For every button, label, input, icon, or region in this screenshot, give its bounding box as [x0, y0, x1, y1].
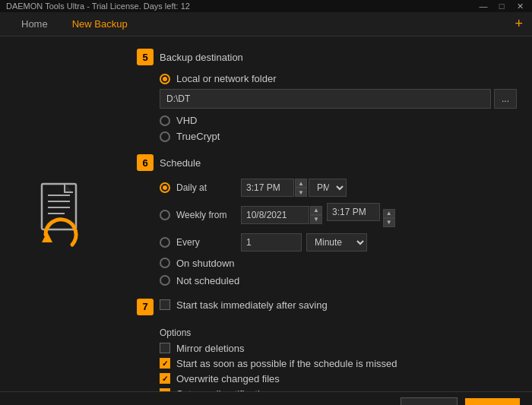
- daily-ampm-select[interactable]: PM AM: [309, 179, 347, 197]
- radio-shutdown-input[interactable]: [160, 258, 170, 268]
- overwrite-label: Overwrite changed files: [176, 373, 280, 384]
- mirror-label: Mirror deletions: [176, 343, 245, 354]
- section5-header: 5 Backup destination: [137, 49, 517, 65]
- notscheduled-label: Not scheduled: [176, 275, 239, 286]
- path-input[interactable]: [160, 89, 491, 109]
- schedule-notscheduled-row: Not scheduled: [160, 275, 517, 286]
- option-start-asap: Start as soon as possible if the schedul…: [160, 358, 517, 369]
- schedule-every-row: Every Minute Hour Day: [160, 233, 517, 252]
- titlebar-title: DAEMON Tools Ultra - Trial License. Days…: [6, 2, 190, 11]
- daily-time-input[interactable]: [241, 179, 294, 197]
- back-button[interactable]: Back: [401, 397, 458, 405]
- svg-marker-5: [42, 232, 52, 242]
- weekly-time-input[interactable]: [327, 203, 380, 221]
- radio-vhd: VHD: [160, 115, 517, 126]
- radio-truecrypt-input[interactable]: [160, 131, 170, 142]
- start-immediately-label: Start task immediately after saving: [176, 299, 328, 311]
- weekly-time-down[interactable]: ▼: [383, 218, 395, 227]
- option-overwrite: Overwrite changed files: [160, 373, 517, 384]
- tab-new-backup[interactable]: New Backup: [60, 12, 140, 36]
- schedule-options: Daily at ▲ ▼ PM AM: [160, 179, 517, 286]
- section-schedule: 6 Schedule Daily at ▲ ▼: [137, 154, 517, 286]
- every-label: Every: [176, 237, 241, 248]
- radio-vhd-label: VHD: [176, 115, 197, 126]
- footer: Back Next: [0, 391, 532, 405]
- start-immediately-item: Start task immediately after saving: [160, 299, 328, 311]
- option-mirror: Mirror deletions: [160, 343, 517, 354]
- navbar: Home New Backup +: [0, 12, 532, 36]
- radio-daily-input[interactable]: [160, 182, 170, 193]
- step5-badge: 5: [137, 49, 154, 65]
- daily-time-down[interactable]: ▼: [295, 188, 307, 197]
- step7-badge: 7: [137, 299, 154, 315]
- daily-time-arrows: ▲ ▼: [295, 179, 307, 197]
- step6-badge: 6: [137, 154, 154, 171]
- section-options: Options Mirror deletions Start as soon a…: [137, 327, 517, 392]
- radio-vhd-input[interactable]: [160, 115, 170, 126]
- backup-destination-options: Local or network folder ... VHD TrueCryp…: [160, 73, 517, 142]
- radio-notscheduled-input[interactable]: [160, 275, 170, 286]
- path-row: ...: [160, 89, 517, 109]
- weekly-date-input[interactable]: [241, 206, 309, 224]
- start-immediately-checkbox[interactable]: [160, 299, 170, 310]
- section7: 7 Start task immediately after saving: [137, 299, 517, 315]
- radio-local-input[interactable]: [160, 74, 170, 84]
- browse-button[interactable]: ...: [494, 89, 517, 109]
- radio-local-label: Local or network folder: [176, 73, 277, 84]
- section-backup-destination: 5 Backup destination Local or network fo…: [137, 49, 517, 142]
- sidebar: [0, 36, 122, 391]
- daily-time-up[interactable]: ▲: [295, 179, 307, 188]
- titlebar: DAEMON Tools Ultra - Trial License. Days…: [0, 0, 532, 12]
- close-button[interactable]: ✕: [514, 0, 526, 12]
- section7-header: 7 Start task immediately after saving: [137, 299, 517, 315]
- schedule-weekly-row: Weekly from ▲ ▼ ▲ ▼: [160, 203, 517, 227]
- next-button[interactable]: Next: [465, 398, 520, 405]
- maximize-button[interactable]: □: [496, 0, 508, 12]
- minimize-button[interactable]: —: [477, 0, 489, 12]
- navbar-tabs: Home New Backup: [9, 12, 140, 36]
- main-area: 5 Backup destination Local or network fo…: [0, 36, 532, 391]
- daily-label: Daily at: [176, 182, 241, 193]
- radio-local-folder: Local or network folder: [160, 73, 517, 84]
- tab-home[interactable]: Home: [9, 12, 60, 36]
- content-area: 5 Backup destination Local or network fo…: [122, 36, 532, 391]
- section5-title: Backup destination: [160, 52, 243, 63]
- radio-truecrypt: TrueCrypt: [160, 131, 517, 142]
- weekly-date-arrows: ▲ ▼: [310, 206, 322, 224]
- section6-title: Schedule: [160, 157, 201, 169]
- radio-weekly-input[interactable]: [160, 210, 170, 220]
- every-group: Minute Hour Day: [241, 233, 367, 252]
- section6-header: 6 Schedule: [137, 154, 517, 171]
- mirror-checkbox[interactable]: [160, 343, 170, 353]
- weekly-label: Weekly from: [176, 210, 241, 220]
- options-title: Options: [160, 327, 517, 338]
- email-checkbox[interactable]: [160, 388, 170, 391]
- overwrite-checkbox[interactable]: [160, 373, 170, 384]
- radio-every-input[interactable]: [160, 237, 170, 248]
- every-unit-select[interactable]: Minute Hour Day: [306, 233, 367, 252]
- titlebar-controls: — □ ✕: [477, 0, 526, 12]
- shutdown-label: On shutdown: [176, 258, 235, 269]
- weekly-time-up[interactable]: ▲: [383, 209, 395, 218]
- add-tab-button[interactable]: +: [515, 16, 523, 32]
- backup-icon: [30, 184, 91, 245]
- schedule-shutdown-row: On shutdown: [160, 258, 517, 269]
- radio-truecrypt-label: TrueCrypt: [176, 131, 220, 142]
- start-asap-checkbox[interactable]: [160, 358, 170, 369]
- weekly-date-up[interactable]: ▲: [310, 206, 322, 215]
- schedule-daily-row: Daily at ▲ ▼ PM AM: [160, 179, 517, 197]
- options-checkboxes: Mirror deletions Start as soon as possib…: [160, 343, 517, 392]
- every-count-input[interactable]: [241, 233, 302, 252]
- weekly-date-down[interactable]: ▼: [310, 215, 322, 224]
- weekly-date-group: ▲ ▼ ▲ ▼: [241, 203, 395, 227]
- start-asap-label: Start as soon as possible if the schedul…: [176, 358, 397, 369]
- daily-time-group: ▲ ▼ PM AM: [241, 179, 347, 197]
